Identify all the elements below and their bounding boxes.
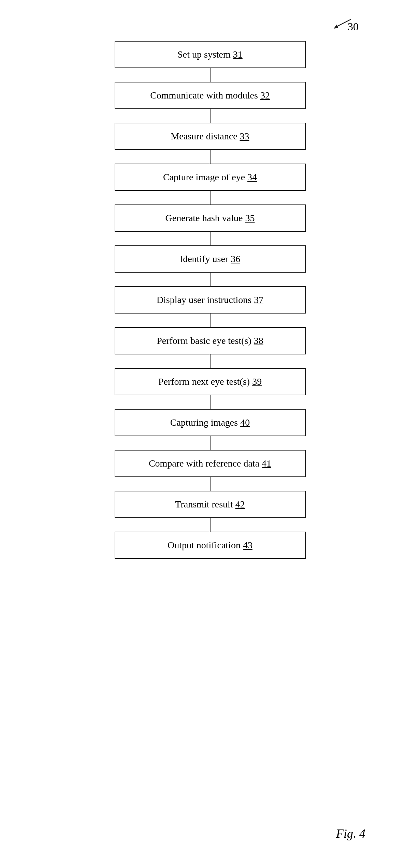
connector-11 (210, 477, 211, 491)
svg-marker-1 (334, 25, 338, 29)
reference-arrow (332, 18, 346, 28)
step-33-number: 33 (240, 131, 249, 141)
connector-5 (210, 232, 211, 245)
step-35-number: 35 (245, 213, 255, 223)
step-31-box: Set up system 31 (115, 41, 306, 68)
connector-3 (210, 150, 211, 164)
step-37-box: Display user instructions 37 (115, 286, 306, 314)
step-38-number: 38 (254, 335, 263, 346)
step-40-box: Capturing images 40 (115, 409, 306, 436)
step-42-box: Transmit result 42 (115, 491, 306, 518)
step-31-number: 31 (233, 49, 243, 60)
connector-4 (210, 191, 211, 204)
connector-7 (210, 314, 211, 327)
step-43-number: 43 (243, 540, 252, 550)
flowchart: Set up system 31Communicate with modules… (115, 41, 306, 559)
step-32-box: Communicate with modules 32 (115, 82, 306, 109)
connector-9 (210, 395, 211, 409)
connector-2 (210, 109, 211, 123)
figure-label: Fig. 4 (336, 826, 365, 841)
step-41-number: 41 (262, 458, 271, 469)
step-36-number: 36 (231, 254, 240, 264)
step-43-box: Output notification 43 (115, 532, 306, 559)
step-40-number: 40 (240, 417, 250, 428)
step-39-box: Perform next eye test(s) 39 (115, 368, 306, 395)
step-39-number: 39 (252, 376, 262, 387)
connector-1 (210, 68, 211, 82)
diagram-container: 30 Set up system 31Communicate with modu… (0, 0, 420, 868)
step-38-box: Perform basic eye test(s) 38 (115, 327, 306, 354)
connector-12 (210, 518, 211, 532)
step-33-box: Measure distance 33 (115, 123, 306, 150)
step-32-number: 32 (260, 90, 270, 101)
step-42-number: 42 (235, 499, 245, 509)
step-34-number: 34 (247, 172, 257, 182)
step-35-box: Generate hash value 35 (115, 204, 306, 232)
step-41-box: Compare with reference data 41 (115, 450, 306, 477)
diagram-number: 30 (348, 20, 359, 33)
connector-10 (210, 436, 211, 450)
connector-8 (210, 354, 211, 368)
step-34-box: Capture image of eye 34 (115, 164, 306, 191)
connector-6 (210, 273, 211, 286)
step-36-box: Identify user 36 (115, 245, 306, 273)
step-37-number: 37 (254, 294, 263, 305)
